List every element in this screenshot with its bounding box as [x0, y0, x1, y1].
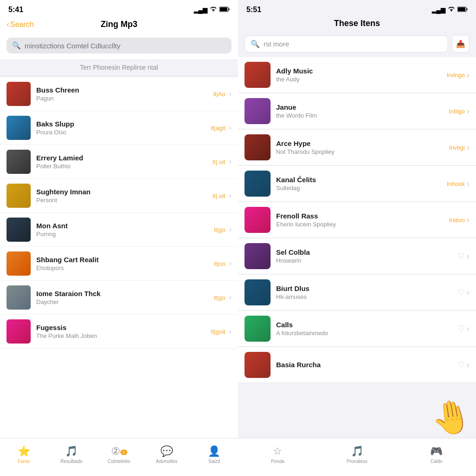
list-item[interactable]: Fugessis The Purke Malh Joben lt|goit › [0, 315, 238, 349]
chevron-right-icon: › [467, 143, 469, 152]
list-thumb [7, 184, 31, 208]
list-sub: Poller Buthio [36, 163, 212, 170]
list-meta: lt|Ao › [213, 90, 231, 98]
list-item[interactable]: Sughteny Imnan Persont lt|.oit › [0, 179, 238, 213]
meta-text: lt|.oit [212, 192, 225, 199]
left-search-input[interactable]: minstizctions Comtel Cdluccllty [25, 42, 120, 50]
right-list-item[interactable]: Janue the Wordo Film Intilgo › [238, 93, 476, 129]
right-list-item[interactable]: Basia Rurcha ♡ › [238, 347, 476, 383]
wifi-icon [210, 7, 217, 13]
right-list-title: Biurt Dlus [276, 284, 457, 292]
right-list-thumb [245, 352, 271, 378]
right-meta: Intilgo [449, 108, 465, 115]
right-search-input[interactable]: rst more [264, 40, 289, 48]
right-list-info: Janue the Wordo Film [276, 103, 449, 119]
right-list-info: Frenoll Rass Eherin lucein Spopliey [276, 212, 449, 228]
tab-fome[interactable]: ⭐ Fome [0, 438, 47, 470]
search-icon: 🔍 [12, 41, 21, 50]
list-meta: lt|go › [214, 293, 231, 302]
list-item[interactable]: Errery Lamied Poller Buthio lt|.oit › [0, 145, 238, 179]
back-button[interactable]: ‹ Search [7, 20, 34, 29]
chevron-right-icon: › [229, 192, 231, 200]
tab-label: Resulbads [60, 459, 82, 464]
list-sub: Purnng [36, 231, 214, 238]
list-meta: lt|.oit › [212, 158, 231, 166]
bookmark-icon: ♡ [457, 360, 465, 370]
right-list-info: Basia Rurcha [276, 361, 457, 370]
left-bottom-tabs: ⭐ Fome 🎵 Resulbads ②2 Colnteleilis 💬 Adv… [0, 438, 238, 476]
right-panel: 5:51 ▂▄▆ These Itens 🔍 rst more 📥 Adly M [238, 0, 476, 476]
right-tab-icon: 🎮 [430, 445, 443, 457]
tab-label: Advmolles [156, 459, 177, 464]
right-list-item[interactable]: Adly Music the Audy Irvingo › [238, 57, 476, 93]
list-title: Baks Slupp [36, 120, 211, 128]
chevron-right-icon: › [467, 70, 469, 80]
right-list-info: Biurt Dlus Hk-amuses [276, 284, 457, 300]
right-list-title: Sel Colbla [276, 248, 457, 256]
right-list-sub: Not Tharodu Spopliey [276, 148, 449, 155]
signal-icon: ▂▄▆ [194, 7, 207, 13]
chevron-right-icon: › [467, 360, 469, 370]
list-item[interactable]: Baks Slupp Pnura Olзo lt|agit › [0, 111, 238, 145]
tab-icon: 💬 [160, 445, 173, 457]
list-info: Sughteny Imnan Persont [36, 188, 212, 204]
right-tab-pronaless[interactable]: 🎵 Pronaless [317, 438, 397, 470]
right-list-item[interactable]: Kanal Ćelits Sultedag Inhook › [238, 166, 476, 202]
tab-colnteleilis[interactable]: ②2 Colnteleilis [95, 438, 143, 470]
tab-resulbads[interactable]: 🎵 Resulbads [47, 438, 95, 470]
list-thumb [7, 251, 31, 276]
list-item[interactable]: Iome Staraion Thck Daycher lt|go › [0, 281, 238, 315]
right-search-bar[interactable]: 🔍 rst more [245, 35, 448, 53]
tab-saizd[interactable]: 👤 Saizd [191, 438, 238, 470]
chevron-right-icon: › [467, 288, 469, 298]
right-meta: Irvingo [447, 72, 465, 79]
list-sub: Pagun [36, 95, 213, 102]
meta-text: lt|.oit [212, 159, 225, 165]
right-list-title: Arce Hype [276, 139, 449, 147]
list-item[interactable]: Buss Chreen Pagun lt|Ao › [0, 77, 238, 111]
meta-text: lt|goit [211, 328, 225, 335]
meta-text: lt|go [214, 294, 225, 301]
right-list-thumb [245, 243, 271, 269]
right-tab-ponda[interactable]: ☆ Ponda [238, 438, 317, 470]
left-time: 5:41 [8, 6, 23, 14]
right-list-sub: the Wordo Film [276, 112, 449, 119]
list-item[interactable]: Shbang Cart Realit Ehotopors lt|oo › [0, 247, 238, 281]
chevron-right-icon: › [229, 259, 231, 268]
list-title: Sughteny Imnan [36, 188, 212, 196]
right-list-thumb [245, 171, 271, 197]
tab-advmolles[interactable]: 💬 Advmolles [143, 438, 190, 470]
right-list-item[interactable]: Sel Colbla Hnswarin ♡ › [238, 238, 476, 274]
right-tab-icon: 🎵 [351, 445, 364, 457]
left-search-bar[interactable]: 🔍 minstizctions Comtel Cdluccllty [7, 38, 231, 53]
chevron-right-icon: › [467, 251, 469, 261]
right-search-container: 🔍 rst more 📥 [238, 33, 476, 57]
filter-button[interactable]: 📥 [452, 35, 469, 53]
meta-text: lt|go [214, 226, 225, 233]
right-list-info: Adly Music the Audy [276, 67, 447, 83]
list-thumb [7, 218, 31, 242]
right-list-item[interactable]: Biurt Dlus Hk-amuses ♡ › [238, 275, 476, 311]
back-chevron-icon: ‹ [7, 20, 9, 29]
list-meta: lt|agit › [211, 124, 231, 132]
right-list-thumb [245, 279, 271, 305]
right-list-item[interactable]: Arce Hype Not Tharodu Spopliey Invtigi › [238, 130, 476, 165]
tab-badge: 2 [120, 450, 127, 455]
list-info: Baks Slupp Pnura Olзo [36, 120, 211, 136]
list-title: Errery Lamied [36, 154, 212, 162]
list-item[interactable]: Mon Asnt Purnng lt|go › [0, 213, 238, 247]
right-list-item[interactable]: Frenoll Rass Eherin lucein Spopliey Init… [238, 202, 476, 238]
chevron-right-icon: › [229, 90, 231, 98]
left-panel: 5:41 ▂▄▆ ‹ Search Zing Mp3 🔍 minstizctio… [0, 0, 238, 476]
right-wifi-icon [448, 7, 455, 13]
right-tab-caldv[interactable]: 🎮 Caldv [397, 438, 476, 470]
right-list-item[interactable]: Calls A fotursbetainmedo ♡ › [238, 311, 476, 347]
right-list-thumb [245, 98, 271, 124]
list-sub: Persont [36, 197, 212, 204]
right-status-icons: ▂▄▆ [432, 7, 468, 13]
list-title: Mon Asnt [36, 222, 214, 230]
right-list-thumb [245, 316, 271, 342]
right-time: 5:51 [246, 6, 261, 14]
right-battery-icon [457, 7, 468, 13]
right-meta: Initivo [449, 217, 465, 224]
